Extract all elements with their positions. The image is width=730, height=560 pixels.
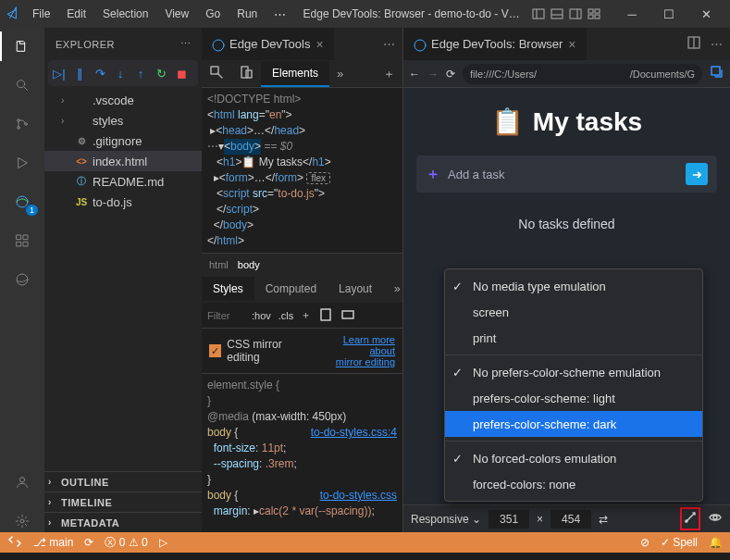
vision-deficiency-icon[interactable] [708,510,723,528]
file-styles[interactable]: ›styles [44,110,202,131]
toggle-panel-bottom-icon[interactable] [549,6,565,22]
close-tab-icon[interactable]: × [568,37,575,52]
explorer-more-icon[interactable]: ⋯ [180,38,192,50]
svg-rect-7 [595,9,600,13]
hov-toggle[interactable]: :hov [252,310,271,321]
layout-tab[interactable]: Layout [328,277,383,301]
elements-tab[interactable]: Elements [261,61,329,87]
pause-icon[interactable]: ‖ [72,66,87,81]
svg-rect-26 [241,67,248,78]
debug-status-icon[interactable]: ▷ [159,536,167,549]
spell-indicator[interactable]: ✓ Spell [661,536,698,549]
emul-forced-colors-none[interactable]: forced-colors: none [445,471,702,497]
tab-edge-browser[interactable]: Edge DevTools: Browser × [403,28,587,60]
mirror-checkbox[interactable]: ✓ [209,344,221,357]
file-.gitignore[interactable]: ⚙.gitignore [44,131,202,151]
problems-indicator[interactable]: ⓧ 0 ⚠ 0 [105,535,147,551]
maximize-icon[interactable]: ☐ [650,0,687,28]
toggle-panel-right-icon[interactable] [567,6,584,22]
clipboard-icon: 📋 [491,106,524,137]
file-.vscode[interactable]: ›.vscode [44,90,202,110]
toggle-common-icon[interactable] [340,307,355,324]
close-icon[interactable]: ✕ [687,0,724,28]
menu-more-icon[interactable]: ⋯ [267,4,292,25]
breadcrumb[interactable]: html body [202,253,402,275]
continue-icon[interactable]: ▷| [52,66,67,81]
metadata-section[interactable]: ›METADATA [44,512,202,532]
empty-message: No tasks defined [416,217,717,231]
stop-icon[interactable]: ◼ [174,66,189,81]
height-input[interactable] [551,510,591,529]
submit-icon[interactable]: ➜ [686,163,708,185]
file-to-do.js[interactable]: JSto-do.js [44,192,202,212]
split-editor-icon[interactable] [687,35,701,53]
menu-view[interactable]: View [158,4,195,24]
step-into-icon[interactable]: ↓ [113,66,128,81]
edge-tools-icon[interactable]: 1 [11,191,33,213]
forward-icon[interactable]: → [427,68,439,81]
emulate-rendering-icon[interactable] [680,507,700,530]
mirror-learn-link[interactable]: Learn more aboutmirror editing [318,334,395,367]
emul-no-forced-colors-emulation[interactable]: ✓No forced-colors emulation [445,445,702,471]
extensions-icon[interactable] [11,230,33,252]
back-icon[interactable]: ← [409,68,420,81]
sync-icon[interactable]: ⟳ [84,536,93,549]
branch-indicator[interactable]: ⎇ main [33,536,73,549]
styles-rules[interactable]: element.style { } @media (max-width: 450… [202,374,402,523]
open-devtools-icon[interactable] [710,65,724,82]
toggle-panel-left-icon[interactable] [530,6,547,22]
emul-no-prefers-color-scheme-emulation[interactable]: ✓No prefers-color-scheme emulation [445,359,702,385]
notifications-icon[interactable]: 🔔 [709,536,723,549]
more-actions-icon[interactable]: ⋯ [383,37,395,51]
close-tab-icon[interactable]: × [316,37,323,52]
add-task-input[interactable]: ＋ Add a task ➜ [416,156,717,193]
svg-point-16 [17,196,28,207]
dom-tree[interactable]: <!DOCTYPE html> <html lang="en"> ▸<head>… [202,88,402,253]
menu-go[interactable]: Go [199,4,227,24]
emul-prefers-color-scheme-light[interactable]: prefers-color-scheme: light [445,385,702,411]
emul-prefers-color-scheme-dark[interactable]: prefers-color-scheme: dark [445,411,702,437]
emul-no-media-type-emulation[interactable]: ✓No media type emulation [445,273,702,299]
minimize-icon[interactable]: ─ [613,0,650,28]
edge-icon[interactable] [11,268,33,291]
step-over-icon[interactable]: ↷ [93,66,107,81]
explorer-icon[interactable] [11,35,33,57]
accounts-icon[interactable] [11,471,33,493]
customize-layout-icon[interactable] [586,6,602,22]
new-style-icon[interactable]: ＋ [301,308,311,322]
responsive-dropdown[interactable]: Responsive ⌄ [411,513,481,526]
reload-icon[interactable]: ⟳ [446,68,455,81]
source-control-icon[interactable] [11,113,33,135]
restart-icon[interactable]: ↻ [154,66,168,81]
timeline-section[interactable]: ›TIMELINE [44,492,202,512]
run-debug-icon[interactable] [11,152,33,174]
add-tab-icon[interactable]: ＋ [376,66,402,82]
search-icon[interactable] [11,74,33,96]
cls-toggle[interactable]: .cls [278,310,294,321]
step-out-icon[interactable]: ↑ [133,66,148,81]
width-input[interactable] [489,510,529,529]
computed-tab[interactable]: Computed [254,277,328,301]
remote-icon[interactable] [7,534,22,552]
tab-edge-devtools[interactable]: Edge DevTools × [202,28,334,60]
url-bar[interactable]: file:///C:/Users//Documents/G [463,64,702,84]
menu-file[interactable]: File [26,4,56,24]
ports-icon[interactable]: ⊘ [640,536,650,549]
settings-gear-icon[interactable] [11,510,33,532]
inspect-icon[interactable] [202,65,231,82]
emul-print[interactable]: print [445,325,702,351]
menu-edit[interactable]: Edit [60,4,93,24]
file-index.html[interactable]: <>index.html [44,151,202,171]
more-actions-icon[interactable]: ⋯ [711,37,723,51]
outline-section[interactable]: ›OUTLINE [44,471,202,492]
menu-run[interactable]: Run [230,4,264,24]
styles-tab[interactable]: Styles [202,277,254,301]
menu-selection[interactable]: Selection [96,4,155,24]
emul-screen[interactable]: screen [445,299,702,325]
rotate-icon[interactable]: ⇄ [599,513,608,526]
device-icon[interactable] [231,65,261,82]
styles-filter-input[interactable] [207,310,244,321]
file-README.md[interactable]: ⓘREADME.md [44,171,202,192]
more-tabs-icon[interactable]: » [329,67,351,81]
device-styles-icon[interactable] [318,307,333,324]
